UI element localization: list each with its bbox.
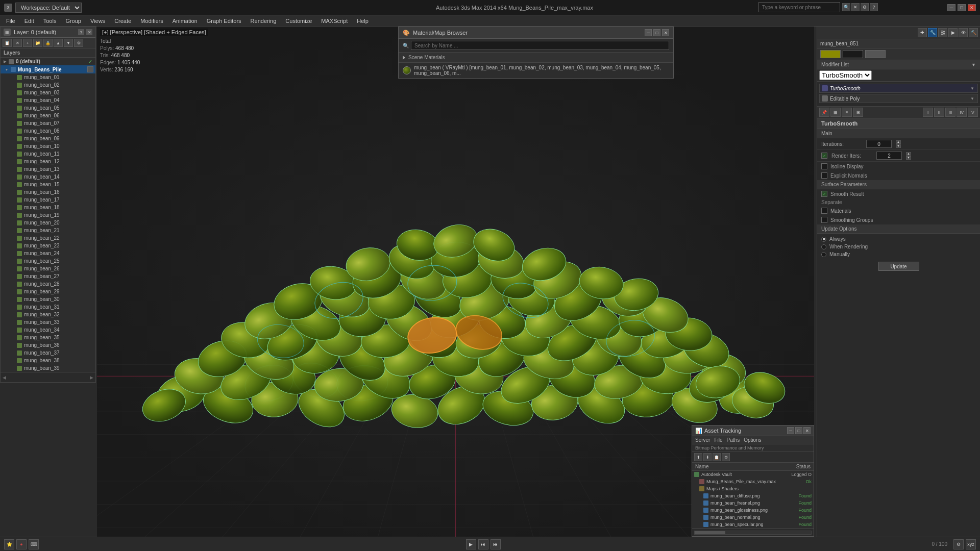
isoline-checkbox[interactable]: ✓: [821, 163, 827, 169]
layer-tool-up[interactable]: ▲: [54, 39, 63, 47]
search-input[interactable]: [758, 2, 840, 12]
layer-item-b33[interactable]: mung_bean_33: [1, 318, 95, 326]
asset-tool-4[interactable]: ⚙: [722, 453, 730, 461]
layer-tool-new[interactable]: 📋: [3, 39, 12, 47]
layer-pile-toggle[interactable]: [87, 66, 93, 72]
menu-rendering[interactable]: Rendering: [247, 17, 281, 25]
layer-item-b34[interactable]: mung_bean_34: [1, 326, 95, 334]
asset-tool-2[interactable]: ⬇: [703, 453, 712, 461]
layer-item-mung-pile[interactable]: ▼ Mung_Beans_Pile: [1, 65, 95, 73]
layer-item-b35[interactable]: mung_bean_35: [1, 334, 95, 341]
rp-icon-utility[interactable]: 🔨: [969, 28, 978, 37]
iterations-up[interactable]: ▲: [896, 140, 901, 144]
layer-tool-folder[interactable]: 📁: [33, 39, 42, 47]
iterations-down[interactable]: ▼: [896, 144, 901, 148]
modifier-stack-item-turbosmooth[interactable]: TurboSmooth ▼: [819, 84, 978, 93]
bottom-play[interactable]: ▶: [466, 539, 476, 549]
menu-edit[interactable]: Edit: [20, 17, 38, 25]
layer-scroll-right[interactable]: ▶: [90, 375, 93, 380]
menu-help[interactable]: Help: [353, 17, 373, 25]
layer-item-b24[interactable]: mung_bean_24: [1, 249, 95, 257]
mat-browser-close[interactable]: ✕: [662, 29, 669, 36]
asset-menu-file[interactable]: File: [714, 437, 722, 443]
menu-views[interactable]: Views: [86, 17, 109, 25]
asset-item-maps-folder[interactable]: Maps / Shaders: [692, 485, 814, 492]
layer-tool-lock[interactable]: 🔒: [43, 39, 53, 47]
layer-item-b05[interactable]: mung_bean_05: [1, 104, 95, 112]
layer-item-b19[interactable]: mung_bean_19: [1, 211, 95, 219]
rp-icon-hierarchy[interactable]: ⛓: [938, 28, 947, 37]
bottom-set-key[interactable]: ⌨: [29, 539, 39, 549]
layer-item-b26[interactable]: mung_bean_26: [1, 265, 95, 272]
menu-group[interactable]: Group: [61, 17, 85, 25]
layer-item-0[interactable]: ▶ 0 (default) ✓: [1, 58, 95, 65]
color-swatch-2[interactable]: [843, 50, 863, 58]
smooth-result-checkbox[interactable]: ✓: [821, 191, 827, 197]
layer-item-b13[interactable]: mung_bean_13: [1, 165, 95, 173]
modifier-stack-item-editpoly[interactable]: Editable Poly ▼: [819, 94, 978, 103]
layer-item-b08[interactable]: mung_bean_08: [1, 127, 95, 135]
mod-mode-right2[interactable]: II: [934, 108, 944, 117]
menu-create[interactable]: Create: [110, 17, 135, 25]
render-iters-down[interactable]: ▼: [906, 156, 911, 160]
layer-item-b22[interactable]: mung_bean_22: [1, 234, 95, 242]
radio-when-rendering[interactable]: When Rendering: [821, 243, 976, 251]
bottom-create-key[interactable]: ⭐: [4, 539, 14, 549]
render-iters-up[interactable]: ▲: [906, 152, 911, 156]
rp-icon-motion[interactable]: ▶: [948, 28, 958, 37]
asset-tracking-minimize[interactable]: ─: [787, 427, 794, 434]
mod-mode-show3[interactable]: ⊞: [853, 108, 863, 117]
layer-item-b09[interactable]: mung_bean_09: [1, 135, 95, 142]
layer-tool-down[interactable]: ▼: [64, 39, 73, 47]
layer-item-b37[interactable]: mung_bean_37: [1, 349, 95, 357]
layer-tool-delete[interactable]: ✕: [13, 39, 22, 47]
search-x-button[interactable]: ✕: [851, 3, 860, 11]
layer-item-b10[interactable]: mung_bean_10: [1, 142, 95, 150]
rp-icon-modify[interactable]: 🔧: [928, 28, 937, 37]
render-iters-checkbox[interactable]: ✓: [821, 153, 827, 159]
modifier-dropdown-ep[interactable]: ▼: [969, 95, 975, 102]
mod-mode-right4[interactable]: IV: [957, 108, 967, 117]
layer-item-b32[interactable]: mung_bean_32: [1, 311, 95, 318]
asset-menu-server[interactable]: Server: [695, 437, 710, 443]
color-swatch-1[interactable]: [820, 50, 841, 58]
asset-tracking-close[interactable]: ✕: [803, 427, 811, 434]
bottom-step-forward[interactable]: ⏭: [478, 539, 488, 549]
layer-panel-help-button[interactable]: ?: [78, 29, 84, 35]
layer-item-b28[interactable]: mung_bean_28: [1, 280, 95, 288]
search-go-button[interactable]: 🔍: [842, 3, 850, 11]
layer-item-b17[interactable]: mung_bean_17: [1, 196, 95, 204]
layer-item-b23[interactable]: mung_bean_23: [1, 242, 95, 249]
modifier-list-dropdown-icon[interactable]: ▼: [971, 62, 976, 67]
menu-tools[interactable]: Tools: [39, 17, 61, 25]
bottom-auto-key[interactable]: ●: [16, 539, 27, 549]
mod-mode-show2[interactable]: ≡: [842, 108, 852, 117]
radio-manually[interactable]: Manually: [821, 251, 976, 258]
color-swatch-3[interactable]: [865, 50, 886, 58]
materials-checkbox[interactable]: ✓: [821, 208, 827, 214]
material-item[interactable]: mung_bean ( VRayMtl ) [mung_bean_01, mun…: [399, 63, 673, 78]
search-help-button[interactable]: ?: [870, 3, 878, 11]
layer-item-b11[interactable]: mung_bean_11: [1, 150, 95, 158]
modifier-dropdown-ts[interactable]: ▼: [969, 85, 975, 91]
modifier-list-dropdown[interactable]: TurboSmooth: [819, 70, 872, 80]
asset-scroll-track[interactable]: [694, 531, 812, 535]
asset-item-diffuse[interactable]: mung_bean_diffuse.png Found: [692, 492, 814, 499]
layer-item-b21[interactable]: mung_bean_21: [1, 227, 95, 234]
bottom-coordinate[interactable]: xyz: [966, 539, 976, 549]
menu-customize[interactable]: Customize: [281, 17, 316, 25]
mat-browser-minimize[interactable]: ─: [645, 29, 652, 36]
layer-tool-add[interactable]: +: [23, 39, 32, 47]
mod-mode-pin[interactable]: 📌: [819, 108, 829, 117]
asset-scroll-thumb[interactable]: [695, 531, 725, 534]
mat-browser-maximize[interactable]: □: [653, 29, 660, 36]
smoothing-groups-checkbox[interactable]: ✓: [821, 217, 827, 223]
layer-item-b30[interactable]: mung_bean_30: [1, 295, 95, 303]
explicit-normals-checkbox[interactable]: ✓: [821, 172, 827, 179]
layer-item-b20[interactable]: mung_bean_20: [1, 219, 95, 227]
layer-item-b12[interactable]: mung_bean_12: [1, 158, 95, 165]
layer-panel-close-button[interactable]: ✕: [86, 29, 92, 35]
close-button[interactable]: ✕: [968, 4, 976, 11]
asset-item-fresnel[interactable]: mung_bean_fresnel.png Found: [692, 499, 814, 507]
mod-mode-right1[interactable]: I: [923, 108, 933, 117]
